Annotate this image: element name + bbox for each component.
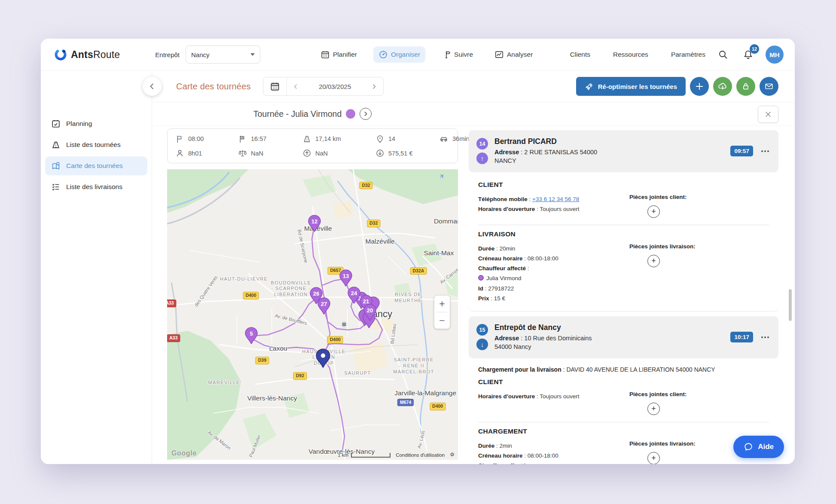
more-menu-button[interactable] xyxy=(760,149,771,154)
warehouse-select[interactable]: Nancy xyxy=(186,46,260,64)
add-delivery-attachment-button[interactable]: + xyxy=(647,255,660,267)
road-shield: D32 xyxy=(367,220,380,228)
arrow-down-icon: ↓ xyxy=(476,339,488,350)
svg-text:27: 27 xyxy=(321,301,327,307)
depot-marker[interactable] xyxy=(315,348,331,371)
previous-day-button[interactable] xyxy=(287,84,305,89)
notifications-button[interactable]: 12 xyxy=(741,47,755,62)
road-shield: D92 xyxy=(293,372,307,380)
map-scale: 1 km xyxy=(338,452,391,458)
road-shield: D400 xyxy=(243,292,259,299)
search-button[interactable] xyxy=(716,47,730,62)
road-shield: D32A xyxy=(410,267,427,275)
road-shield: D39 xyxy=(256,357,269,365)
time-window-field: Créneau horaire : 08:00-18:00 xyxy=(478,452,629,460)
avatar[interactable]: MH xyxy=(766,46,784,64)
lock-button[interactable] xyxy=(736,77,755,96)
route-stop-marker[interactable]: 12 xyxy=(308,215,321,235)
tab-planifier[interactable]: Planifier xyxy=(315,46,362,63)
route-stop-marker[interactable]: 5 xyxy=(244,327,258,347)
calendar-button[interactable] xyxy=(263,77,287,95)
svg-text:24: 24 xyxy=(351,290,357,296)
help-button[interactable]: Aide xyxy=(733,436,784,458)
zoom-in-button[interactable]: + xyxy=(434,296,450,312)
close-icon xyxy=(765,111,771,117)
menu-ressources[interactable]: Ressources xyxy=(601,50,648,60)
current-date[interactable]: 20/03/2025 xyxy=(305,83,365,90)
route-stop-marker[interactable]: 24 xyxy=(347,287,361,306)
map-canvas[interactable]: + − Google 1 km Conditions d'utilisation… xyxy=(167,169,458,460)
sidebar-item-planning[interactable]: Planning xyxy=(45,114,147,133)
road-icon xyxy=(302,134,311,144)
sidebar-item-carte-tournees[interactable]: Carte des tournées xyxy=(45,156,147,175)
calendar-icon xyxy=(270,81,280,92)
add-client-attachment-button[interactable]: + xyxy=(647,403,660,415)
date-navigator: 20/03/2025 xyxy=(263,77,384,96)
zoom-out-button[interactable]: − xyxy=(434,312,450,329)
panel-scrollbar[interactable] xyxy=(789,289,792,321)
phone-link[interactable]: +33 6 12 34 56 78 xyxy=(532,196,579,202)
person-gear-icon xyxy=(601,50,610,60)
navbar-right: Clients Ressources Paramètres 12 MH xyxy=(558,46,784,64)
more-menu-button[interactable] xyxy=(760,335,771,340)
reoptimize-button[interactable]: Ré-optimiser les tournées xyxy=(576,77,686,96)
tab-suivre[interactable]: Suivre xyxy=(436,46,478,63)
gear-icon xyxy=(659,50,668,60)
mail-button[interactable] xyxy=(760,77,778,96)
menu-parametres[interactable]: Paramètres xyxy=(659,50,705,60)
load-for-delivery: Chargement pour la livraison : DAVID 40 … xyxy=(478,366,769,373)
brand-logo[interactable]: AntsRoute xyxy=(54,48,120,61)
stop-header[interactable]: 14 ↑ Bertrand PICARD Adresse : 2 RUE STA… xyxy=(469,130,778,172)
people-icon xyxy=(558,50,568,60)
tour-open-button[interactable] xyxy=(360,108,372,120)
top-navbar: AntsRoute Entrepôt Nancy Planifier Organ… xyxy=(41,39,795,71)
close-panel-button[interactable] xyxy=(758,106,778,123)
stop-address: Adresse : 10 Rue des Dominicains54000 Na… xyxy=(494,334,592,351)
client-attachments-label: Pièces jointes client: xyxy=(629,194,769,200)
add-delivery-attachment-button[interactable]: + xyxy=(647,452,660,464)
tab-analyser[interactable]: Analyser xyxy=(489,46,538,63)
svg-text:13: 13 xyxy=(343,273,349,279)
stat-revenue: 575,51 € xyxy=(375,149,439,158)
add-client-attachment-button[interactable]: + xyxy=(647,205,660,218)
map-zoom-control: + − xyxy=(434,296,450,329)
menu-clients[interactable]: Clients xyxy=(558,50,590,60)
route-stop-marker[interactable]: 13 xyxy=(339,269,353,289)
sidebar: Planning Liste des tournées Carte des to… xyxy=(41,71,152,464)
plus-icon xyxy=(695,82,704,91)
stat-distance: 17,14 km xyxy=(302,134,375,144)
road-shield: D400 xyxy=(327,336,343,344)
stop-header[interactable]: 15 ↓ Entrepôt de Nancy Adresse : 10 Rue … xyxy=(469,316,778,358)
location-pin-icon xyxy=(375,134,384,144)
scale-icon xyxy=(238,149,247,158)
id-field: Id : 27918722 xyxy=(478,284,629,293)
tab-organiser[interactable]: Organiser xyxy=(373,46,425,63)
map-report-icon[interactable]: ⚙ xyxy=(450,452,455,458)
add-button[interactable] xyxy=(690,77,709,96)
driver-color-dot xyxy=(478,275,484,281)
stop-address: Adresse : 2 RUE STANISLAS 54000NANCY xyxy=(494,148,597,165)
stat-pickup: NaN xyxy=(302,149,375,158)
route-stop-marker[interactable]: 27 xyxy=(317,297,331,317)
main-area: Carte des tournées 20/03/2025 xyxy=(152,71,795,464)
map-terms-link[interactable]: Conditions d'utilisation xyxy=(396,452,445,458)
calendar-icon xyxy=(320,50,330,59)
time-window-field: Créneau horaire : 08:00-18:00 xyxy=(478,254,629,263)
cloud-download-icon xyxy=(717,81,728,92)
gauge-icon xyxy=(378,50,388,59)
section-divider xyxy=(478,422,769,422)
sidebar-item-liste-tournees[interactable]: Liste des tournées xyxy=(45,135,147,154)
page: { "colors":{"accent_blue":"#2d70b3","gre… xyxy=(0,0,836,504)
next-day-button[interactable] xyxy=(365,84,383,89)
duration-field: Durée : 20min xyxy=(478,244,629,253)
brand-name: AntsRoute xyxy=(71,49,120,61)
route-stop-marker[interactable]: 20 xyxy=(363,304,377,324)
stops-panel: 14 ↑ Bertrand PICARD Adresse : 2 RUE STA… xyxy=(469,128,778,464)
cloud-download-button[interactable] xyxy=(713,77,732,96)
loading-section: Durée : 2min Créneau horaire : 08:00-18:… xyxy=(478,440,769,464)
phone-field: Téléphone mobile : +33 6 12 34 56 78 xyxy=(478,195,629,204)
sidebar-item-liste-livraisons[interactable]: Liste des livraisons xyxy=(45,177,147,196)
google-attribution: Google xyxy=(171,449,197,457)
station-icon xyxy=(342,321,347,327)
back-button[interactable] xyxy=(143,77,162,96)
